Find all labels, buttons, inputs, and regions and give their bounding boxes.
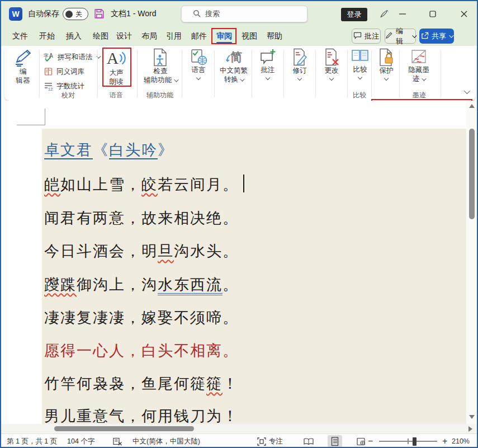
editing-mode-button[interactable]: 编辑 xyxy=(385,29,416,44)
editor-button[interactable]: 编 辑器 xyxy=(9,48,37,85)
share-button[interactable]: 共享 xyxy=(419,29,454,44)
hide-ink-button[interactable]: 隐藏墨 迹 xyxy=(401,48,436,83)
toggle-knob-icon xyxy=(65,11,73,18)
print-layout-button[interactable] xyxy=(328,435,342,447)
spelling-grammar-label: 拼写和语法 xyxy=(58,53,93,62)
spelling-grammar-icon: 字A xyxy=(44,53,54,62)
read-aloud-label-2: 朗读 xyxy=(110,78,124,86)
tab-插入[interactable]: 插入 xyxy=(60,28,88,45)
new-comment-icon xyxy=(259,48,277,65)
autosave-toggle[interactable]: 关 xyxy=(63,8,88,20)
chevron-down-icon xyxy=(384,76,389,81)
tab-布局[interactable]: 布局 xyxy=(135,28,163,45)
text-segment: 男儿重意气，何用钱刀为！ xyxy=(44,408,239,425)
scroll-right-icon[interactable] xyxy=(468,426,472,432)
signin-button[interactable]: 登录 xyxy=(341,8,367,21)
zoom-in-button[interactable]: + xyxy=(442,434,447,448)
changes-button[interactable]: 更改 xyxy=(318,48,346,80)
zoom-slider-thumb[interactable] xyxy=(413,437,417,446)
proofing-errors-icon[interactable] xyxy=(113,434,122,448)
text-cursor xyxy=(243,175,244,192)
poem-line-6[interactable]: 愿得一心人，白头不相离。 xyxy=(44,341,239,361)
tab-审阅[interactable]: 审阅 xyxy=(210,28,238,45)
thesaurus-label: 同义词库 xyxy=(56,67,84,77)
poem-line-4[interactable]: 躞蹀御沟上，沟水东西流。 xyxy=(44,275,239,295)
ribbon-collapse-chevron-icon[interactable] xyxy=(464,86,468,96)
protect-label: 保护 xyxy=(380,67,394,75)
proofing-group-label: 校对 xyxy=(61,91,75,100)
compare-button[interactable]: 比较 xyxy=(349,48,371,79)
read-mode-button[interactable] xyxy=(301,435,316,447)
text-segment: 簁 xyxy=(206,375,223,392)
comments-button[interactable]: 批注 xyxy=(254,48,282,79)
tab-设计[interactable]: 设计 xyxy=(110,28,138,45)
word-logo-icon[interactable]: W xyxy=(9,7,22,21)
search-icon xyxy=(193,10,201,19)
document-canvas: 卓文君《白头吟》皑如山上雪，皎若云间月。闻君有两意，故来相决绝。今日斗酒会，明旦… xyxy=(1,101,478,433)
spelling-grammar-button[interactable]: 字A 拼写和语法 xyxy=(44,50,100,64)
search-placeholder: 搜索 xyxy=(205,9,220,19)
thesaurus-button[interactable]: 同义词库 xyxy=(44,65,84,78)
chinese-conversion-button[interactable]: 简 中文简繁 转换 xyxy=(216,48,251,84)
tab-引用[interactable]: 引用 xyxy=(160,28,188,45)
read-aloud-button[interactable]: A 大声 朗读 xyxy=(102,48,131,86)
share-label: 共享 xyxy=(432,31,446,41)
close-window-button[interactable] xyxy=(455,6,473,22)
document-title[interactable]: 卓文君《白头吟》 xyxy=(44,140,174,160)
check-accessibility-button[interactable]: 检查 辅助功能 xyxy=(141,48,180,84)
document-page[interactable]: 卓文君《白头吟》皑如山上雪，皎若云间月。闻君有两意，故来相决绝。今日斗酒会，明旦… xyxy=(42,129,467,424)
tab-邮件[interactable]: 邮件 xyxy=(185,28,213,45)
chinese-conversion-label-2: 转换 xyxy=(224,76,243,84)
chevron-down-icon xyxy=(449,33,453,37)
text-segment: 闻君有两意，故来相决绝。 xyxy=(44,210,239,227)
text-segment: 御沟上，沟 xyxy=(77,276,158,293)
scroll-up-icon[interactable] xyxy=(469,104,475,108)
save-icon[interactable] xyxy=(94,8,105,21)
track-changes-label: 修订 xyxy=(293,67,307,75)
word-count-label: 字数统计 xyxy=(56,82,84,91)
changes-label: 更改 xyxy=(325,67,339,75)
track-changes-button[interactable]: 修订 xyxy=(286,48,314,80)
language-button[interactable]: 语言 xyxy=(184,48,212,79)
focus-mode-button[interactable]: 专注 xyxy=(257,434,283,448)
tab-视图[interactable]: 视图 xyxy=(235,28,263,45)
poem-line-5[interactable]: 凄凄复凄凄，嫁娶不须啼。 xyxy=(44,308,239,328)
poem-line-1[interactable]: 皑如山上雪，皎若云间月。 xyxy=(44,175,244,195)
hide-ink-label-1: 隐藏墨 xyxy=(408,66,429,74)
comments-panel-button[interactable]: 批注 xyxy=(352,29,381,44)
vertical-scrollbar-thumb[interactable] xyxy=(469,129,475,219)
page-number-status[interactable]: 第 1 页，共 1 页 xyxy=(7,434,57,448)
tab-文件[interactable]: 文件 xyxy=(6,28,34,45)
word-count-status[interactable]: 104 个字 xyxy=(67,434,94,448)
zoom-level[interactable]: 210% xyxy=(452,434,470,448)
tab-帮助[interactable]: 帮助 xyxy=(261,28,288,45)
text-segment: ！ xyxy=(223,375,239,392)
comments-label: 批注 xyxy=(261,66,275,74)
autosave-state: 关 xyxy=(75,10,82,19)
editor-label-1: 编 xyxy=(20,68,27,76)
language-status[interactable]: 中文(简体，中国大陆) xyxy=(132,434,200,448)
poem-line-3[interactable]: 今日斗酒会，明旦沟水头。 xyxy=(44,241,239,261)
minimize-button[interactable] xyxy=(394,6,411,22)
tab-开始[interactable]: 开始 xyxy=(33,28,61,45)
horizontal-scrollbar[interactable] xyxy=(1,424,478,433)
poem-line-2[interactable]: 闻君有两意，故来相决绝。 xyxy=(44,208,239,228)
web-layout-button[interactable] xyxy=(354,435,368,447)
vertical-scrollbar[interactable] xyxy=(466,101,478,424)
editing-mode-label: 编辑 xyxy=(396,26,409,46)
changes-icon xyxy=(323,48,340,66)
autosave-label: 自动保存 xyxy=(28,9,59,19)
zoom-out-button[interactable]: − xyxy=(368,434,373,448)
poem-line-7[interactable]: 竹竿何袅袅，鱼尾何簁簁！ xyxy=(44,374,239,394)
protect-button[interactable]: 保护 xyxy=(373,48,399,80)
poem-line-8[interactable]: 男儿重意气，何用钱刀为！ xyxy=(44,406,239,426)
horizontal-scrollbar-thumb[interactable] xyxy=(54,426,194,431)
text-segment: 卓文君 xyxy=(44,142,93,159)
thesaurus-icon xyxy=(44,67,53,76)
maximize-button[interactable] xyxy=(424,6,442,22)
quill-pen-icon[interactable] xyxy=(379,9,389,21)
search-input[interactable]: 搜索 xyxy=(181,6,307,22)
text-segment: 凄凄复凄凄，嫁娶不须啼。 xyxy=(44,309,239,326)
scroll-down-icon[interactable] xyxy=(469,415,475,419)
text-segment: 愿得一心人，白头不相离。 xyxy=(44,342,239,359)
